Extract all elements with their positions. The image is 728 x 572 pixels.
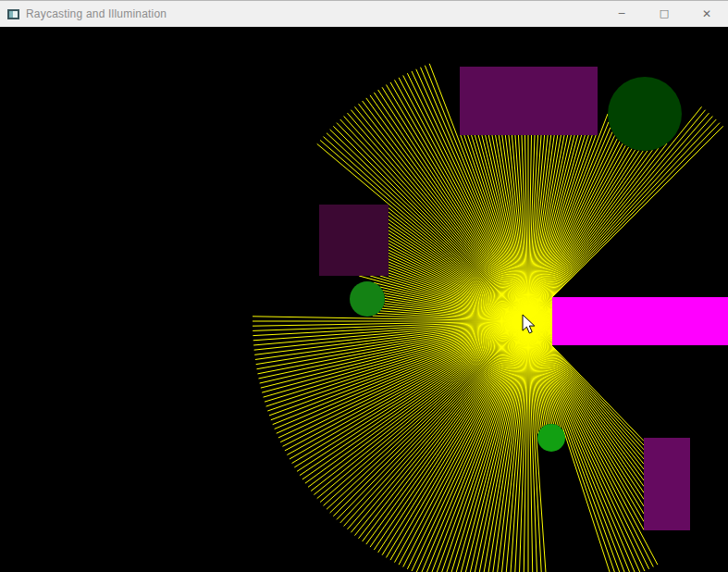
maximize-button[interactable]: □ bbox=[643, 1, 685, 27]
window-title: Raycasting and Illumination bbox=[26, 7, 167, 20]
minimize-button[interactable]: ─ bbox=[600, 1, 643, 27]
raycast-scene[interactable] bbox=[0, 27, 728, 572]
magenta-rect-right bbox=[552, 297, 728, 345]
green-circle-left bbox=[350, 281, 385, 317]
purple-rect-bottom-right bbox=[644, 438, 690, 530]
app-icon bbox=[7, 9, 19, 19]
light-ray bbox=[528, 321, 644, 506]
raycast-viewport[interactable] bbox=[0, 27, 728, 572]
dark-green-circle-top bbox=[608, 77, 682, 151]
light-ray bbox=[528, 321, 644, 492]
light-ray bbox=[528, 151, 643, 321]
purple-rect-top bbox=[460, 67, 598, 135]
light-ray bbox=[382, 321, 528, 555]
window-controls: ─ □ ✕ bbox=[600, 1, 728, 27]
titlebar: Raycasting and Illumination ─ □ ✕ bbox=[0, 0, 728, 27]
light-ray bbox=[294, 321, 528, 467]
purple-square-left bbox=[319, 205, 389, 276]
close-button[interactable]: ✕ bbox=[685, 1, 728, 27]
light-ray bbox=[528, 119, 716, 321]
green-circle-bottom bbox=[537, 424, 565, 452]
light-ray bbox=[528, 150, 635, 321]
app-window: Raycasting and Illumination ─ □ ✕ bbox=[0, 0, 728, 572]
